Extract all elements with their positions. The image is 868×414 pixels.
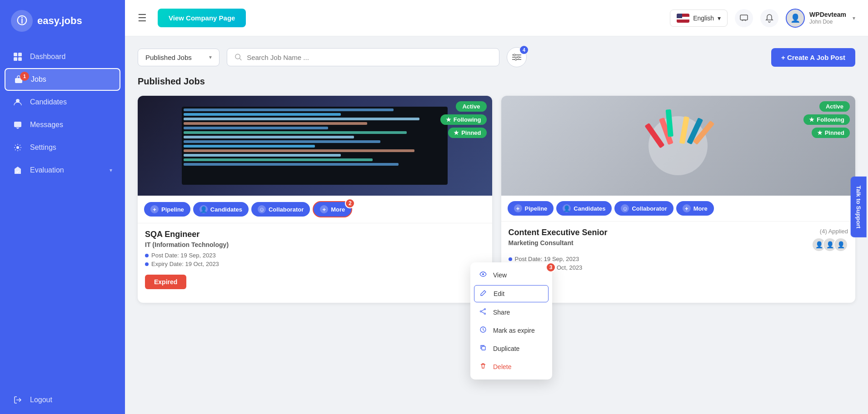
dropdown-share-item[interactable]: Share [470, 303, 552, 321]
dropdown-delete-item[interactable]: Delete [470, 358, 552, 376]
flag-icon [677, 14, 689, 23]
view-label: View [493, 271, 507, 279]
app-name: easy.jobs [37, 15, 82, 27]
search-bar [227, 48, 499, 66]
step-badge-2: 2 [345, 198, 355, 208]
applicant-avatar-3: 👤 [833, 237, 848, 252]
svg-point-16 [515, 59, 517, 60]
pipeline-button-2[interactable]: + Pipeline [508, 201, 554, 216]
expire-icon [479, 326, 488, 335]
collaborator-button-2[interactable]: ☺ Collaborator [614, 201, 673, 216]
user-info[interactable]: 👤 WPDevteam John Doe ▾ [786, 9, 855, 28]
markers-image [649, 116, 708, 175]
sidebar-nav: Dashboard Jobs 1 Candidates [0, 42, 125, 386]
applicant-avatars: 👤 👤 👤 [812, 237, 848, 252]
job-filter-dropdown[interactable]: Published Jobs ▾ [138, 49, 219, 66]
hamburger-icon[interactable]: ☰ [138, 12, 147, 24]
sidebar-item-dashboard[interactable]: Dashboard [0, 45, 125, 68]
dropdown-expire-item[interactable]: Mark as expire [470, 321, 552, 340]
jobs-label: Jobs [31, 75, 46, 84]
language-chevron-icon: ▾ [718, 15, 721, 22]
candidates-button-1[interactable]: 👤 Candidates [193, 202, 249, 217]
logout-item[interactable]: Logout [0, 386, 125, 414]
job-dept-1: IT (Information Technology) [145, 241, 485, 248]
language-selector[interactable]: English ▾ [670, 10, 728, 27]
notifications-button[interactable] [760, 9, 778, 27]
sidebar: ⓘ easy.jobs Dashboard [0, 0, 125, 414]
duplicate-icon [479, 344, 488, 353]
more-btn-icon-2: + [683, 204, 691, 212]
pin-icon-2: ★ [817, 129, 823, 136]
job-card-2-badges: Active ★ Following ★ Pinned [803, 101, 850, 138]
filter-bar: Published Jobs ▾ 4 [138, 47, 855, 67]
sidebar-logo: ⓘ easy.jobs [0, 0, 125, 42]
create-job-button[interactable]: + Create A Job Post [771, 48, 855, 67]
edit-label: Edit [494, 290, 504, 297]
logout-label: Logout [30, 396, 52, 404]
user-details: WPDevteam John Doe [809, 10, 846, 26]
pipeline-button-1[interactable]: + Pipeline [144, 202, 190, 217]
avatar: 👤 [786, 9, 805, 28]
dropdown-edit-item[interactable]: Edit [474, 285, 549, 302]
filter-chevron-icon: ▾ [209, 54, 212, 60]
language-label: English [693, 15, 714, 22]
sidebar-item-settings[interactable]: Settings [0, 136, 125, 159]
job-dept-2: Marketing Consultant [509, 239, 608, 246]
pipeline-icon-2: + [514, 204, 522, 212]
job-card-2-body: Content Executive Senior Marketing Consu… [501, 222, 856, 303]
talk-to-support-button[interactable]: Talk to Support [850, 177, 866, 237]
settings-icon [13, 143, 23, 153]
user-name: John Doe [809, 19, 846, 26]
job-expiry-date-2: Expiry Date: 19 Oct, 2023 [509, 264, 848, 271]
dropdown-view-item[interactable]: View 3 [470, 266, 552, 284]
more-button-2[interactable]: + More [676, 201, 714, 216]
svg-point-18 [484, 309, 486, 310]
following-badge: ★ Following [440, 114, 487, 125]
dashboard-icon [13, 52, 23, 62]
more-button-1[interactable]: + More 2 [313, 201, 352, 217]
delete-label: Delete [493, 363, 511, 370]
pin-icon: ★ [454, 129, 459, 136]
delete-icon [479, 362, 488, 371]
dot-icon-3 [509, 257, 512, 261]
chat-button[interactable] [735, 9, 753, 27]
view-company-button[interactable]: View Company Page [158, 9, 246, 27]
logo-icon: ⓘ [11, 10, 33, 32]
share-label: Share [493, 309, 510, 316]
job-post-date-1: Post Date: 19 Sep, 2023 [145, 252, 485, 259]
pinned-badge-2: ★ Pinned [812, 128, 850, 138]
svg-line-21 [481, 310, 484, 311]
sidebar-item-candidates[interactable]: Candidates [0, 91, 125, 113]
pipeline-icon: + [150, 205, 159, 213]
collaborator-button-1[interactable]: ☺ Collaborator [251, 202, 310, 217]
candidates-label: Candidates [30, 98, 67, 106]
section-title: Published Jobs [138, 76, 855, 87]
job-card-1-badges: Active ★ Following ★ Pinned [440, 101, 487, 138]
duplicate-label: Duplicate [493, 345, 519, 352]
svg-point-20 [484, 313, 486, 315]
main-area: ☰ View Company Page English ▾ 👤 WPDevtea… [125, 0, 868, 414]
job-card-2: Active ★ Following ★ Pinned + [501, 96, 856, 303]
evaluation-icon [13, 165, 23, 175]
filter-count-button[interactable]: 4 [507, 47, 527, 67]
star-icon-2: ★ [809, 116, 814, 123]
dropdown-duplicate-item[interactable]: Duplicate [470, 340, 552, 358]
job-post-date-2: Post Date: 19 Sep, 2023 [509, 256, 848, 262]
search-input[interactable] [247, 54, 492, 61]
star-icon: ★ [446, 116, 451, 123]
filter-dropdown-label: Published Jobs [145, 54, 192, 61]
view-icon [479, 271, 488, 280]
dot-icon [145, 254, 149, 257]
collaborator-icon: ☺ [258, 205, 266, 213]
more-btn-icon: + [320, 205, 328, 213]
more-dropdown-menu: View 3 Edit [470, 262, 552, 380]
candidates-button-2[interactable]: 👤 Candidates [556, 201, 612, 216]
evaluation-label: Evaluation [30, 166, 64, 174]
sidebar-item-messages[interactable]: Messages [0, 113, 125, 136]
sidebar-item-jobs[interactable]: Jobs 1 [5, 68, 120, 91]
topbar: ☰ View Company Page English ▾ 👤 WPDevtea… [125, 0, 868, 36]
svg-rect-2 [14, 57, 17, 61]
expired-badge-1: Expired [145, 275, 186, 289]
messages-label: Messages [30, 121, 63, 129]
sidebar-item-evaluation[interactable]: Evaluation ▾ [0, 159, 125, 182]
